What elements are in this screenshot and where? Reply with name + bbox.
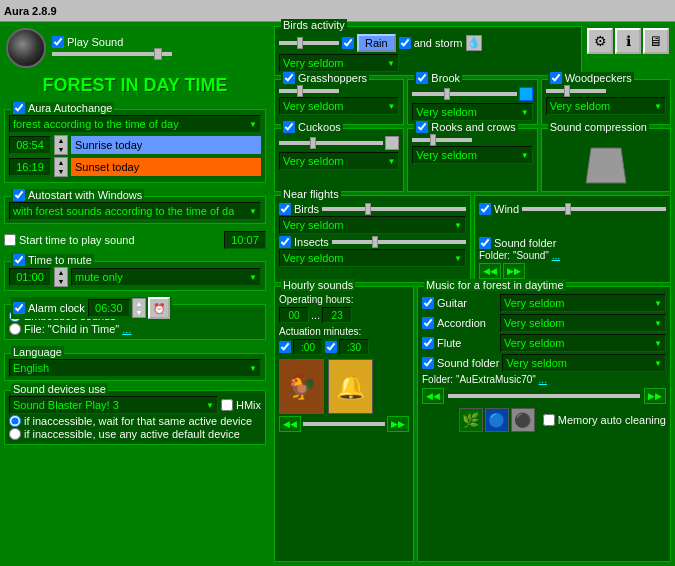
file-dots[interactable]: ... xyxy=(122,323,131,335)
alarm-spin[interactable]: ▲ ▼ xyxy=(132,298,146,318)
birds-activity-section: Birds activity Rain and storm 💧 Very sel… xyxy=(274,26,582,76)
autostart-checkbox[interactable] xyxy=(13,189,25,201)
accordion-dropdown[interactable]: Very seldom ▼ xyxy=(500,314,666,332)
birds-nf-dropdown[interactable]: Very seldom ▼ xyxy=(279,216,466,234)
sunset-spin[interactable]: ▲ ▼ xyxy=(54,157,68,177)
autostart-dropdown[interactable]: with forest sounds according to the time… xyxy=(9,202,261,220)
alarm-time[interactable]: 06:30 xyxy=(88,299,130,317)
rooks-label: Rooks and crows xyxy=(414,121,517,133)
mute-spin[interactable]: ▲ ▼ xyxy=(54,267,68,287)
grasshoppers-slider[interactable] xyxy=(279,89,339,93)
grasshoppers-dropdown[interactable]: Very seldom ▼ xyxy=(279,97,399,115)
aura-autochange-checkbox[interactable] xyxy=(13,102,25,114)
alarm-icon-btn[interactable]: ⏰ xyxy=(148,297,170,319)
close-icon-btn[interactable]: 🖥 xyxy=(643,28,669,54)
op-hours-label: Operating hours: xyxy=(279,294,409,305)
sound-devices-group: Sound devices use Sound Blaster Play! 3 … xyxy=(4,390,266,445)
hourly-btn1[interactable]: ◀◀ xyxy=(279,416,301,432)
nature-icon-3[interactable]: ⚫ xyxy=(511,408,535,432)
grasshoppers-checkbox[interactable] xyxy=(283,72,295,84)
hmix-checkbox[interactable] xyxy=(221,399,233,411)
min1-time[interactable]: :00 xyxy=(293,339,323,355)
start-time-checkbox[interactable] xyxy=(4,234,16,246)
rain-checkbox[interactable] xyxy=(342,37,354,49)
brook-checkbox[interactable] xyxy=(416,72,428,84)
woodpeckers-dropdown[interactable]: Very seldom ▼ xyxy=(546,97,666,115)
music-btn1[interactable]: ◀◀ xyxy=(422,388,444,404)
brook-slider[interactable] xyxy=(412,92,516,96)
rooks-slider[interactable] xyxy=(412,138,472,142)
sunrise-time[interactable]: 08:54 xyxy=(9,136,51,154)
time-to-mute-checkbox[interactable] xyxy=(13,254,25,266)
guitar-checkbox[interactable] xyxy=(422,297,434,309)
aura-autochange-dropdown[interactable]: forest according to the time of day ▼ xyxy=(9,115,261,133)
device-radio1[interactable] xyxy=(9,415,21,427)
insects-checkbox[interactable] xyxy=(279,236,291,248)
cuckoos-icon[interactable] xyxy=(385,136,399,150)
min2-checkbox[interactable] xyxy=(325,341,337,353)
insects-slider[interactable] xyxy=(332,240,466,244)
cuckoos-slider[interactable] xyxy=(279,141,383,145)
flute-checkbox[interactable] xyxy=(422,337,434,349)
device-radio2[interactable] xyxy=(9,428,21,440)
alarm-clock-checkbox[interactable] xyxy=(13,302,25,314)
music-btn2[interactable]: ▶▶ xyxy=(644,388,666,404)
rain-button[interactable]: Rain xyxy=(357,34,396,52)
to-hour[interactable]: 23 xyxy=(322,307,352,323)
start-time-row: Start time to play sound 10:07 xyxy=(4,231,266,249)
cuckoos-dropdown[interactable]: Very seldom ▼ xyxy=(279,152,399,170)
top-icons: ⚙ ℹ 🖥 xyxy=(585,26,671,56)
play-sound-checkbox[interactable] xyxy=(52,36,64,48)
insects-row: Insects xyxy=(279,236,466,248)
birds-activity-slider[interactable] xyxy=(279,41,339,45)
from-hour[interactable]: 00 xyxy=(279,307,309,323)
rooks-dropdown[interactable]: Very seldom ▼ xyxy=(412,146,532,164)
storm-checkbox[interactable] xyxy=(399,37,411,49)
mute-time[interactable]: 01:00 xyxy=(9,268,51,286)
rooks-checkbox[interactable] xyxy=(416,121,428,133)
music-sound-dropdown[interactable]: Very seldom ▼ xyxy=(502,354,666,372)
sunrise-spin[interactable]: ▲ ▼ xyxy=(54,135,68,155)
sunset-time[interactable]: 16:19 xyxy=(9,158,51,176)
settings-icon-btn[interactable]: ⚙ xyxy=(587,28,613,54)
min2-time[interactable]: :30 xyxy=(339,339,369,355)
language-dropdown[interactable]: English ▼ xyxy=(9,359,261,377)
woodpeckers-slider[interactable] xyxy=(546,89,606,93)
birds-rain-icon[interactable]: 💧 xyxy=(466,35,482,51)
start-time-value[interactable]: 10:07 xyxy=(224,231,266,249)
bell-image: 🔔 xyxy=(328,359,373,414)
hourly-slider[interactable] xyxy=(303,422,385,426)
music-slider[interactable] xyxy=(448,394,640,398)
memory-auto-cleaning-checkbox[interactable] xyxy=(543,414,555,426)
birds-activity-dropdown[interactable]: Very seldom ▼ xyxy=(279,54,399,72)
play-sound-slider[interactable] xyxy=(52,52,172,56)
info-icon-btn[interactable]: ℹ xyxy=(615,28,641,54)
brook-dropdown[interactable]: Very seldom ▼ xyxy=(412,103,532,121)
mute-dropdown[interactable]: mute only ▼ xyxy=(71,268,261,286)
folder-btn2[interactable]: ▶▶ xyxy=(503,263,525,279)
birds-nf-checkbox[interactable] xyxy=(279,203,291,215)
flute-dropdown[interactable]: Very seldom ▼ xyxy=(500,334,666,352)
hourly-btn2[interactable]: ▶▶ xyxy=(387,416,409,432)
min1-checkbox[interactable] xyxy=(279,341,291,353)
accordion-checkbox[interactable] xyxy=(422,317,434,329)
music-sound-folder-checkbox[interactable] xyxy=(422,357,434,369)
cuckoos-checkbox[interactable] xyxy=(283,121,295,133)
woodpeckers-checkbox[interactable] xyxy=(550,72,562,84)
file-radio[interactable] xyxy=(9,323,21,335)
brook-icon[interactable] xyxy=(519,87,533,101)
guitar-dropdown[interactable]: Very seldom ▼ xyxy=(500,294,666,312)
music-folder-dots[interactable]: ... xyxy=(539,374,547,385)
sound-device-dropdown[interactable]: Sound Blaster Play! 3 ▼ xyxy=(9,396,218,414)
nature-icon-2[interactable]: 🔵 xyxy=(485,408,509,432)
sunrise-row: 08:54 ▲ ▼ Sunrise today xyxy=(9,135,261,155)
sound-folder-checkbox[interactable] xyxy=(479,237,491,249)
folder-btn1[interactable]: ◀◀ xyxy=(479,263,501,279)
near-flights-label: Near flights xyxy=(281,188,341,200)
nature-icon-1[interactable]: 🌿 xyxy=(459,408,483,432)
birds-nf-slider[interactable] xyxy=(322,207,466,211)
insects-dropdown[interactable]: Very seldom ▼ xyxy=(279,249,466,267)
wind-slider[interactable] xyxy=(522,207,666,211)
wind-checkbox[interactable] xyxy=(479,203,491,215)
folder-dots-link[interactable]: ... xyxy=(552,250,560,261)
